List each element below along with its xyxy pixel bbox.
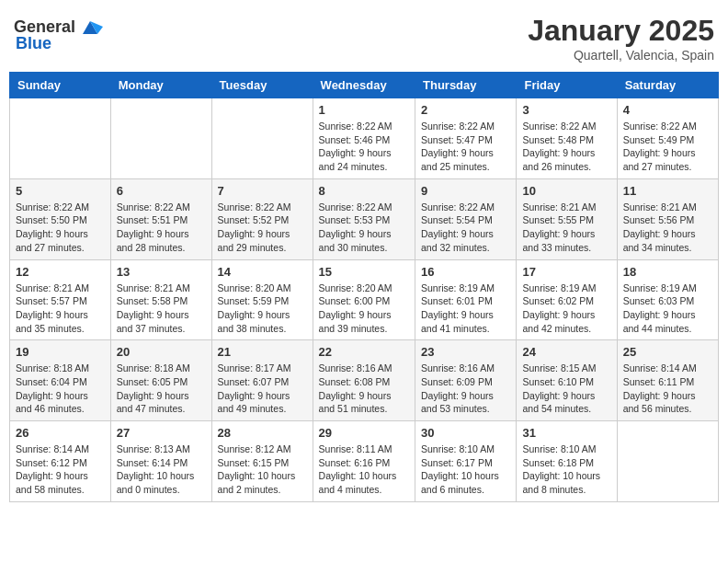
day-info: Sunrise: 8:13 AM Sunset: 6:14 PM Dayligh…: [117, 442, 206, 497]
day-info: Sunrise: 8:21 AM Sunset: 5:57 PM Dayligh…: [16, 282, 105, 336]
day-info: Sunrise: 8:11 AM Sunset: 6:16 PM Dayligh…: [319, 442, 409, 497]
day-number: 5: [16, 184, 105, 198]
day-cell: 22Sunrise: 8:16 AM Sunset: 6:08 PM Dayli…: [313, 340, 415, 421]
weekday-monday: Monday: [110, 73, 211, 98]
day-cell: 2Sunrise: 8:22 AM Sunset: 5:47 PM Daylig…: [415, 98, 517, 179]
day-number: 18: [623, 265, 712, 279]
day-cell: 13Sunrise: 8:21 AM Sunset: 5:58 PM Dayli…: [110, 259, 211, 340]
day-cell: 6Sunrise: 8:22 AM Sunset: 5:51 PM Daylig…: [110, 178, 211, 259]
day-cell: 21Sunrise: 8:17 AM Sunset: 6:07 PM Dayli…: [211, 340, 313, 421]
day-cell: 9Sunrise: 8:22 AM Sunset: 5:54 PM Daylig…: [415, 178, 517, 259]
day-cell: [617, 421, 718, 502]
day-cell: 4Sunrise: 8:22 AM Sunset: 5:49 PM Daylig…: [617, 98, 718, 179]
day-cell: 11Sunrise: 8:21 AM Sunset: 5:56 PM Dayli…: [617, 178, 718, 259]
day-cell: 19Sunrise: 8:18 AM Sunset: 6:04 PM Dayli…: [10, 340, 111, 421]
day-cell: 18Sunrise: 8:19 AM Sunset: 6:03 PM Dayli…: [617, 259, 718, 340]
day-number: 27: [117, 426, 206, 440]
day-info: Sunrise: 8:22 AM Sunset: 5:48 PM Dayligh…: [522, 120, 610, 174]
day-cell: 15Sunrise: 8:20 AM Sunset: 6:00 PM Dayli…: [313, 259, 415, 340]
title-area: January 2025 Quartell, Valencia, Spain: [528, 14, 714, 63]
day-number: 6: [117, 184, 206, 198]
day-cell: 26Sunrise: 8:14 AM Sunset: 6:12 PM Dayli…: [10, 421, 111, 502]
day-info: Sunrise: 8:10 AM Sunset: 6:17 PM Dayligh…: [421, 442, 510, 497]
day-number: 22: [319, 345, 409, 359]
day-info: Sunrise: 8:21 AM Sunset: 5:56 PM Dayligh…: [623, 201, 712, 255]
day-number: 16: [421, 265, 510, 279]
weekday-sunday: Sunday: [10, 73, 111, 98]
day-cell: 28Sunrise: 8:12 AM Sunset: 6:15 PM Dayli…: [211, 421, 313, 502]
day-info: Sunrise: 8:16 AM Sunset: 6:08 PM Dayligh…: [319, 362, 409, 416]
day-info: Sunrise: 8:19 AM Sunset: 6:01 PM Dayligh…: [421, 282, 510, 336]
day-info: Sunrise: 8:18 AM Sunset: 6:04 PM Dayligh…: [16, 362, 105, 416]
day-info: Sunrise: 8:21 AM Sunset: 5:58 PM Dayligh…: [117, 282, 206, 336]
day-number: 11: [623, 184, 712, 198]
day-info: Sunrise: 8:18 AM Sunset: 6:05 PM Dayligh…: [117, 362, 206, 416]
calendar: SundayMondayTuesdayWednesdayThursdayFrid…: [9, 72, 719, 502]
day-number: 19: [16, 345, 105, 359]
day-cell: [10, 98, 111, 179]
day-cell: 16Sunrise: 8:19 AM Sunset: 6:01 PM Dayli…: [415, 259, 517, 340]
day-info: Sunrise: 8:20 AM Sunset: 5:59 PM Dayligh…: [218, 282, 307, 336]
location-subtitle: Quartell, Valencia, Spain: [528, 48, 714, 63]
weekday-friday: Friday: [517, 73, 617, 98]
day-info: Sunrise: 8:22 AM Sunset: 5:47 PM Dayligh…: [421, 120, 510, 174]
logo-blue: Blue: [16, 34, 51, 53]
day-number: 12: [16, 265, 105, 279]
day-info: Sunrise: 8:12 AM Sunset: 6:15 PM Dayligh…: [218, 442, 307, 497]
day-info: Sunrise: 8:22 AM Sunset: 5:52 PM Dayligh…: [218, 201, 307, 255]
logo: General Blue: [14, 14, 103, 53]
day-cell: 31Sunrise: 8:10 AM Sunset: 6:18 PM Dayli…: [517, 421, 617, 502]
day-info: Sunrise: 8:22 AM Sunset: 5:46 PM Dayligh…: [319, 120, 409, 174]
day-cell: 27Sunrise: 8:13 AM Sunset: 6:14 PM Dayli…: [110, 421, 211, 502]
weekday-wednesday: Wednesday: [313, 73, 415, 98]
day-number: 13: [117, 265, 206, 279]
weekday-thursday: Thursday: [415, 73, 517, 98]
day-number: 29: [319, 426, 409, 440]
day-info: Sunrise: 8:15 AM Sunset: 6:10 PM Dayligh…: [522, 362, 610, 416]
day-info: Sunrise: 8:17 AM Sunset: 6:07 PM Dayligh…: [218, 362, 307, 416]
day-cell: 25Sunrise: 8:14 AM Sunset: 6:11 PM Dayli…: [617, 340, 718, 421]
day-info: Sunrise: 8:14 AM Sunset: 6:12 PM Dayligh…: [16, 442, 105, 497]
day-cell: 23Sunrise: 8:16 AM Sunset: 6:09 PM Dayli…: [415, 340, 517, 421]
day-cell: 5Sunrise: 8:22 AM Sunset: 5:50 PM Daylig…: [10, 178, 111, 259]
day-info: Sunrise: 8:22 AM Sunset: 5:50 PM Dayligh…: [16, 201, 105, 255]
day-info: Sunrise: 8:22 AM Sunset: 5:53 PM Dayligh…: [319, 201, 409, 255]
day-info: Sunrise: 8:20 AM Sunset: 6:00 PM Dayligh…: [319, 282, 409, 336]
day-cell: 29Sunrise: 8:11 AM Sunset: 6:16 PM Dayli…: [313, 421, 415, 502]
day-number: 31: [522, 426, 610, 440]
day-number: 25: [623, 345, 712, 359]
week-row-2: 5Sunrise: 8:22 AM Sunset: 5:50 PM Daylig…: [10, 178, 719, 259]
day-number: 15: [319, 265, 409, 279]
week-row-3: 12Sunrise: 8:21 AM Sunset: 5:57 PM Dayli…: [10, 259, 719, 340]
day-cell: 30Sunrise: 8:10 AM Sunset: 6:17 PM Dayli…: [415, 421, 517, 502]
day-cell: [211, 98, 313, 179]
day-info: Sunrise: 8:14 AM Sunset: 6:11 PM Dayligh…: [623, 362, 712, 416]
day-number: 7: [218, 184, 307, 198]
day-info: Sunrise: 8:19 AM Sunset: 6:03 PM Dayligh…: [623, 282, 712, 336]
day-number: 21: [218, 345, 307, 359]
day-number: 26: [16, 426, 105, 440]
weekday-saturday: Saturday: [617, 73, 718, 98]
day-cell: 20Sunrise: 8:18 AM Sunset: 6:05 PM Dayli…: [110, 340, 211, 421]
day-number: 24: [522, 345, 610, 359]
day-number: 8: [319, 184, 409, 198]
day-number: 10: [522, 184, 610, 198]
day-number: 2: [421, 103, 510, 117]
day-info: Sunrise: 8:10 AM Sunset: 6:18 PM Dayligh…: [522, 442, 610, 497]
day-number: 30: [421, 426, 510, 440]
day-info: Sunrise: 8:21 AM Sunset: 5:55 PM Dayligh…: [522, 201, 610, 255]
day-number: 20: [117, 345, 206, 359]
day-number: 17: [522, 265, 610, 279]
day-number: 28: [218, 426, 307, 440]
day-cell: 7Sunrise: 8:22 AM Sunset: 5:52 PM Daylig…: [211, 178, 313, 259]
week-row-1: 1Sunrise: 8:22 AM Sunset: 5:46 PM Daylig…: [10, 98, 719, 179]
day-info: Sunrise: 8:16 AM Sunset: 6:09 PM Dayligh…: [421, 362, 510, 416]
day-number: 1: [319, 103, 409, 117]
week-row-5: 26Sunrise: 8:14 AM Sunset: 6:12 PM Dayli…: [10, 421, 719, 502]
weekday-tuesday: Tuesday: [211, 73, 313, 98]
day-number: 3: [522, 103, 610, 117]
logo-icon: [77, 14, 103, 40]
day-cell: [110, 98, 211, 179]
day-cell: 10Sunrise: 8:21 AM Sunset: 5:55 PM Dayli…: [517, 178, 617, 259]
day-number: 9: [421, 184, 510, 198]
